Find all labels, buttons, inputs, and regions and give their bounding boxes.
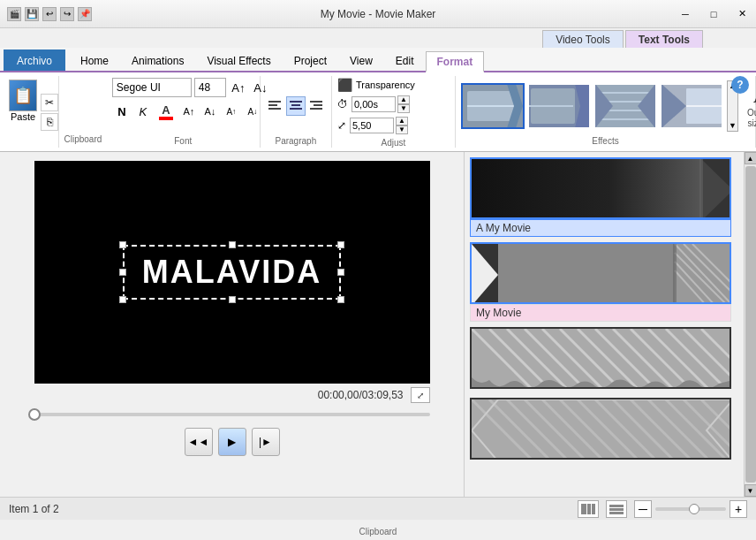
- paste-button[interactable]: 📋 Paste: [5, 78, 41, 146]
- superscript-button[interactable]: A↑: [222, 103, 241, 120]
- handle-bottom-center[interactable]: [229, 296, 236, 303]
- time1-up[interactable]: ▲: [397, 95, 410, 104]
- zoom-in-button[interactable]: +: [730, 500, 747, 518]
- align-left-button[interactable]: [266, 96, 284, 116]
- zoom-out-button[interactable]: ─: [634, 500, 652, 518]
- video-tools-tab[interactable]: Video Tools: [542, 30, 624, 48]
- font-size-input[interactable]: [194, 78, 226, 97]
- svg-rect-28: [472, 159, 701, 219]
- tab-view[interactable]: View: [338, 49, 384, 71]
- text-tools-tab[interactable]: Text Tools: [625, 30, 703, 48]
- tab-animations[interactable]: Animations: [120, 49, 195, 71]
- clip-thumb-1[interactable]: [470, 157, 731, 219]
- seek-bar[interactable]: [34, 407, 430, 422]
- undo-icon[interactable]: ↩: [42, 7, 57, 21]
- font-group: A↑ A↓ N K A A↑ A↓ A↑ A↓ Font: [107, 76, 261, 148]
- clip-item-4[interactable]: [470, 394, 738, 460]
- effect-thumb-1[interactable]: [461, 83, 525, 129]
- status-right: ─ +: [578, 500, 747, 518]
- font-grow2-button[interactable]: A↑: [179, 103, 199, 120]
- svg-marker-29: [701, 159, 731, 219]
- seek-thumb[interactable]: [28, 408, 41, 421]
- align-right-button[interactable]: [307, 96, 326, 116]
- expand-button[interactable]: ⤢: [411, 387, 430, 403]
- effects-scroll-down[interactable]: ▼: [729, 122, 737, 130]
- time1-input[interactable]: [352, 96, 396, 112]
- paragraph-group: Paragraph: [261, 76, 332, 148]
- time2-down[interactable]: ▼: [396, 125, 408, 134]
- tab-project[interactable]: Project: [283, 49, 338, 71]
- copy-button[interactable]: ⎘: [41, 113, 58, 131]
- font-name-input[interactable]: [112, 78, 192, 97]
- subscript-button[interactable]: A↓: [243, 103, 262, 120]
- effects-group-label: Effects: [461, 134, 750, 146]
- scroll-down-button[interactable]: ▼: [745, 484, 757, 497]
- tab-archivo[interactable]: Archivo: [4, 49, 65, 71]
- bold-button[interactable]: N: [112, 103, 132, 120]
- scroll-thumb[interactable]: [745, 166, 756, 483]
- font-color-button[interactable]: A: [155, 103, 178, 120]
- time1-down[interactable]: ▼: [397, 104, 410, 113]
- font-size-up-button[interactable]: A↑: [229, 79, 248, 96]
- item-count: Item 1 of 2: [9, 503, 59, 515]
- outline-size-button[interactable]: A Outlinesize ▼: [747, 84, 756, 129]
- tab-format[interactable]: Format: [426, 51, 485, 72]
- svg-rect-75: [609, 505, 624, 507]
- scroll-up-button[interactable]: ▲: [745, 152, 757, 164]
- help-button[interactable]: ?: [731, 76, 749, 94]
- clip-thumb-3[interactable]: [470, 327, 731, 389]
- italic-button[interactable]: K: [133, 103, 153, 120]
- zoom-track[interactable]: [655, 507, 726, 511]
- handle-bottom-left[interactable]: [119, 296, 126, 303]
- pin-icon[interactable]: 📌: [78, 7, 92, 21]
- font-group-label: Font: [112, 134, 254, 146]
- tool-context-tabs: Video Tools Text Tools: [0, 28, 756, 48]
- close-button[interactable]: ✕: [728, 0, 756, 28]
- clip-label-2[interactable]: My Movie: [470, 304, 731, 322]
- forward-button[interactable]: |►: [252, 428, 280, 456]
- play-button[interactable]: ▶: [218, 428, 246, 456]
- clip-label-1[interactable]: A My Movie: [470, 219, 731, 237]
- seek-track[interactable]: [34, 413, 430, 416]
- align-center-button[interactable]: [286, 96, 305, 116]
- color-letter: A: [162, 103, 170, 117]
- handle-top-left[interactable]: [119, 241, 126, 248]
- clip-item-2[interactable]: My Movie: [470, 242, 738, 322]
- rewind-button[interactable]: ◄◄: [185, 428, 213, 456]
- view-storyboard-button[interactable]: [578, 500, 599, 518]
- svg-rect-74: [592, 504, 595, 514]
- handle-middle-left[interactable]: [119, 269, 126, 276]
- time2-input[interactable]: [350, 118, 394, 133]
- tab-edit[interactable]: Edit: [384, 49, 426, 71]
- clip-item-3[interactable]: [470, 327, 738, 389]
- text-selection-container[interactable]: MALAVIDA: [123, 245, 341, 300]
- zoom-thumb[interactable]: [689, 504, 699, 514]
- save-icon[interactable]: 💾: [25, 7, 39, 21]
- font-shrink2-button[interactable]: A↓: [200, 103, 220, 120]
- redo-icon[interactable]: ↪: [60, 7, 74, 21]
- effect-thumb-2[interactable]: [527, 83, 591, 129]
- text-overlay[interactable]: MALAVIDA: [123, 245, 341, 300]
- time2-up[interactable]: ▲: [396, 117, 408, 125]
- effect-thumb-4[interactable]: [660, 83, 723, 129]
- handle-middle-right[interactable]: [337, 269, 344, 276]
- clip-item-1[interactable]: A My Movie: [470, 157, 738, 237]
- tab-visual-effects[interactable]: Visual Effects: [195, 49, 282, 71]
- svg-rect-30: [699, 159, 703, 219]
- maximize-button[interactable]: □: [699, 0, 728, 28]
- video-preview-panel: MALAVIDA 00:00,00/03:09,53 ⤢ ◄◄: [0, 152, 464, 497]
- clip-thumb-4[interactable]: [470, 398, 731, 460]
- title-bar: 🎬 💾 ↩ ↪ 📌 My Movie - Movie Maker ─ □ ✕: [0, 0, 756, 28]
- clip-thumb-2[interactable]: [470, 242, 731, 304]
- handle-top-right[interactable]: [337, 241, 344, 248]
- svg-rect-77: [609, 512, 624, 514]
- tab-home[interactable]: Home: [69, 49, 120, 71]
- svg-rect-32: [498, 244, 675, 304]
- effect-thumb-3[interactable]: [593, 83, 657, 129]
- handle-bottom-right[interactable]: [337, 296, 344, 303]
- cut-button[interactable]: ✂: [41, 94, 58, 111]
- view-timeline-button[interactable]: [606, 500, 627, 518]
- side-scrollbar[interactable]: ▲ ▼: [744, 152, 756, 497]
- minimize-button[interactable]: ─: [671, 0, 699, 28]
- handle-top-center[interactable]: [229, 241, 236, 248]
